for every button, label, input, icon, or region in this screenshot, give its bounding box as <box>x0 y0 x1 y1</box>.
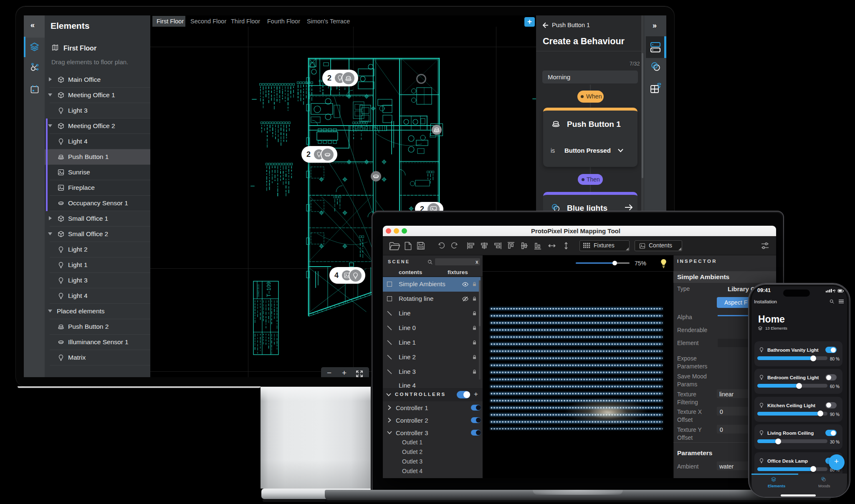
svg-text:JUNIO 2015: JUNIO 2015 <box>257 285 260 297</box>
svg-text:T–109: T–109 <box>266 282 272 297</box>
